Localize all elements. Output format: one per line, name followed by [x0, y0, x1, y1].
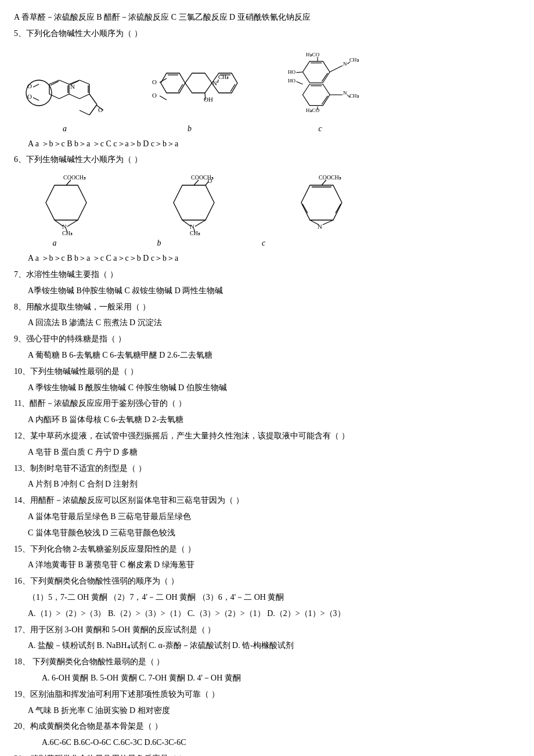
svg-line-86: [310, 220, 319, 225]
q16-opts: （1）5，7-二 OH 黄酮 （2）7，4'－二 OH 黄酮 （3）6，4'－二…: [14, 591, 520, 604]
svg-line-23: [80, 110, 89, 115]
q16-answers: A.（1）>（2）>（3） B.（2）>（3）>（1） C.（3）>（2）>（1…: [14, 607, 520, 621]
svg-line-19: [33, 84, 39, 87]
q6-labels: a b c: [20, 239, 520, 248]
svg-line-60: [330, 66, 342, 72]
q15-title: 15、下列化合物 2-去氧糖鉴别反应显阳性的是（ ）: [14, 542, 520, 556]
svg-text:H₃CO: H₃CO: [306, 52, 320, 57]
svg-text:CH₃: CH₃: [62, 230, 73, 236]
svg-text:N: N: [317, 223, 322, 230]
q5-answers: A a ＞b＞c B b＞a ＞c C c＞a＞b D c＞b＞a: [14, 137, 520, 151]
q7-title: 7、水溶性生物碱主要指（ ）: [14, 268, 520, 282]
q17-title: 17、用于区别 3-OH 黄酮和 5-OH 黄酮的反应试剂是（ ）: [14, 623, 520, 637]
q9-title: 9、强心苷中的特殊糖是指（ ）: [14, 332, 520, 346]
q19-title: 19、区别油脂和挥发油可利用下述那项性质较为可靠（ ）: [14, 687, 520, 701]
svg-text:O: O: [208, 178, 212, 184]
q14-opt-b: C 甾体皂苷颜色较浅 D 三萜皂苷颜色较浅: [14, 526, 520, 540]
svg-line-63: [297, 81, 303, 84]
svg-line-22: [89, 105, 97, 115]
svg-text:O: O: [27, 82, 32, 89]
q14-title: 14、用醋酐－浓硫酸反应可以区别甾体皂苷和三萜皂苷因为（ ）: [14, 494, 520, 507]
svg-line-89: [302, 204, 308, 213]
svg-text:CH₃: CH₃: [349, 92, 359, 98]
svg-line-48: [347, 62, 350, 64]
q5-label-b: b: [145, 124, 234, 134]
svg-line-11: [80, 80, 89, 84]
q6-molecules: COOCH₃ N CH₃ COOCH₃ O N: [20, 172, 520, 236]
q5-labels: a b c: [20, 124, 520, 134]
q10-opts: A 季铵生物碱 B 酰胺生物碱 C 仲胺生物碱 D 伯胺生物碱: [14, 381, 520, 395]
q10-title: 10、下列生物碱碱性最弱的是（ ）: [14, 365, 520, 379]
svg-line-2: [59, 80, 69, 84]
svg-marker-66: [46, 185, 86, 220]
q6-mol-a: COOCH₃ N CH₃: [20, 172, 113, 236]
q20-title: 20、构成黄酮类化合物是基本骨架是（ ）: [14, 719, 520, 733]
q6-title: 6、下列生物碱碱性大小顺序为（ ）: [14, 153, 520, 167]
svg-line-14: [69, 94, 80, 99]
q19-opts: A 气味 B 折光率 C 油斑实验 D 相对密度: [14, 704, 520, 718]
q18-opts: A. 6-OH 黄酮 B. 5-OH 黄酮 C. 7-OH 黄酮 D. 4'－O…: [14, 671, 520, 685]
q13-opts: A 片剂 B 冲剂 C 合剂 D 注射剂: [14, 477, 520, 491]
svg-text:O: O: [152, 92, 157, 99]
q16-title: 16、下列黄酮类化合物酸性强弱的顺序为（ ）: [14, 574, 520, 588]
q9-opts: A 葡萄糖 B 6-去氧糖 C 6-去氧糖甲醚 D 2.6-二去氧糖: [14, 348, 520, 362]
q11-opts: A 内酯环 B 甾体母核 C 6-去氧糖 D 2-去氧糖: [14, 413, 520, 427]
q6-answers: A a ＞b＞c B b＞a ＞c C a＞c＞b D c＞b＞a: [14, 251, 520, 265]
svg-text:N: N: [343, 90, 347, 96]
q5-molecules: N O O O O O: [20, 46, 520, 122]
svg-line-20: [33, 98, 39, 100]
q5-label-c: c: [269, 124, 371, 134]
svg-line-69: [67, 220, 78, 226]
q5-mol-b: O O N CH₃ OH: [147, 52, 240, 122]
q5-mol-c: H₃CO HO HO N CH₃ N CH₃ H₃CO: [275, 46, 368, 122]
q6-mol-b: COOCH₃ O N CH₃: [147, 172, 240, 236]
q5-label-a: a: [20, 124, 110, 134]
q17-opts: A. 盐酸－镁粉试剂 B. NaBH₄试剂 C. α-萘酚－浓硫酸试剂 D. 锆…: [14, 639, 520, 653]
q5-title: 5、下列化合物碱性大小顺序为（ ）: [14, 27, 520, 41]
q12-title: 12、某中草药水提液，在试管中强烈振摇后，产生大量持久性泡沫，该提取液中可能含有…: [14, 429, 520, 443]
q6-label-b: b: [124, 239, 194, 248]
q5-mol-a: N O O O: [20, 52, 113, 122]
svg-marker-54: [303, 61, 330, 82]
q14-opt-a: A 甾体皂苷最后呈绿色 B 三萜皂苷最后呈绿色: [14, 510, 520, 524]
svg-marker-57: [303, 84, 330, 106]
q7-opts: A季铵生物碱 B仲胺生物碱 C 叔铵生物碱 D 两性生物碱: [14, 284, 520, 298]
q21-title: 21、鉴别黄酮类化合物最常用的显色反应是（ ）: [14, 752, 520, 756]
svg-line-62: [297, 72, 303, 73]
svg-text:COOCH₃: COOCH₃: [319, 174, 341, 181]
svg-line-73: [194, 180, 199, 185]
svg-line-87: [323, 220, 333, 225]
q13-title: 13、制剂时皂苷不适宜的剂型是（ ）: [14, 462, 520, 476]
svg-marker-84: [301, 185, 342, 220]
svg-line-79: [195, 220, 205, 226]
q-header-text: A 香草醛－浓硫酸反应 B 醋酐－浓硫酸反应 C 三氯乙酸反应 D 亚硝酰铁氰化…: [14, 13, 311, 21]
q-header-line: A 香草醛－浓硫酸反应 B 醋酐－浓硫酸反应 C 三氯乙酸反应 D 亚硝酰铁氰化…: [14, 10, 520, 24]
svg-line-4: [59, 94, 69, 99]
q20-opts: A.6C-6C B.6C-O-6C C.6C-3C D.6C-3C-6C: [14, 736, 520, 750]
svg-line-65: [66, 180, 71, 185]
svg-line-83: [322, 180, 326, 185]
svg-text:HO: HO: [288, 78, 296, 84]
svg-text:CH₃: CH₃: [190, 230, 200, 236]
svg-marker-33: [185, 73, 212, 93]
q15-opts: A 洋地黄毒苷 B 薯蓣皂苷 C 槲皮素 D 绿海葱苷: [14, 558, 520, 572]
svg-text:CH₃: CH₃: [349, 56, 359, 62]
svg-text:O: O: [152, 78, 157, 85]
svg-text:HO: HO: [288, 69, 296, 74]
svg-text:N: N: [343, 61, 347, 67]
q8-opts: A 回流法 B 渗漉法 C 煎煮法 D 沉淀法: [14, 316, 520, 330]
svg-text:O: O: [27, 93, 32, 100]
q12-opts: A 皂苷 B 蛋白质 C 丹宁 D 多糖: [14, 445, 520, 459]
q6-label-c: c: [229, 239, 298, 248]
q6-label-a: a: [20, 239, 89, 248]
q8-title: 8、用酸水提取生物碱，一般采用（ ）: [14, 300, 520, 314]
svg-line-29: [160, 96, 167, 100]
q11-title: 11、醋酐－浓硫酸反应应用于鉴别强心苷的（ ）: [14, 397, 520, 411]
svg-marker-30: [161, 73, 185, 93]
svg-text:COOCH₃: COOCH₃: [63, 174, 86, 181]
svg-marker-74: [174, 185, 214, 220]
svg-line-90: [335, 204, 341, 213]
q6-mol-c: COOCH₃ N: [275, 172, 368, 236]
q18-title: 18、 下列黄酮类化合物酸性最弱的是（ ）: [14, 655, 520, 669]
svg-line-13: [80, 94, 89, 99]
